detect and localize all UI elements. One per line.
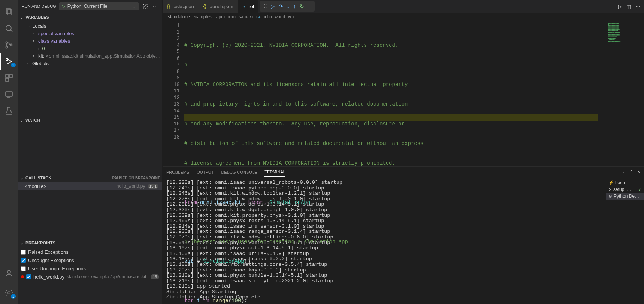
bp-line-badge: 15 (151, 274, 159, 279)
beaker-icon[interactable] (0, 103, 18, 119)
continue-icon[interactable]: ▷ (271, 3, 275, 9)
chevron-down-icon: ⌄ (132, 4, 136, 9)
svg-rect-0 (6, 9, 10, 14)
variable-i[interactable]: i: 0 (18, 45, 162, 52)
terminal-setup[interactable]: ✕ setup_… ✓ (606, 186, 644, 193)
play-icon: ▷ (62, 4, 65, 9)
frame-name: <module> (25, 183, 46, 189)
variable-kit[interactable]: › kit: <omni.isaac.kit.simulation_app.Si… (18, 52, 162, 60)
editor[interactable]: 1234 5678 9101112 1314 ▷15 161718 # Copy… (163, 21, 644, 166)
svg-rect-9 (6, 75, 9, 77)
explorer-icon[interactable] (0, 4, 18, 20)
split-editor-icon[interactable]: ◫ (626, 4, 631, 9)
close-panel-icon[interactable]: ✕ (637, 170, 640, 174)
svg-rect-1 (7, 10, 12, 15)
config-name: Python: Current File (67, 4, 108, 9)
settings-badge: 1 (11, 294, 16, 299)
bp-raised[interactable]: Raised Exceptions (18, 248, 162, 256)
callstack-header[interactable]: ⌄ CALL STACK PAUSED ON BREAKPOINT (18, 174, 162, 182)
debug-toolbar: ⠿ ▷ ↷ ↓ ↑ ↻ □ (260, 1, 315, 12)
chevron-right-icon: › (33, 31, 37, 36)
run-play-icon[interactable]: ▷ (618, 4, 622, 9)
variables-title: VARIABLES (25, 15, 49, 19)
globals-scope[interactable]: › Globals (18, 60, 162, 67)
svg-line-3 (10, 30, 12, 32)
json-icon: {} (203, 4, 206, 9)
bp-user-uncaught[interactable]: User Uncaught Exceptions (18, 264, 162, 273)
bp-uncaught-check[interactable] (21, 258, 26, 263)
chevron-right-icon: › (33, 54, 37, 58)
tab-launch[interactable]: {} launch.json (199, 0, 238, 13)
chevron-right-icon: › (27, 61, 31, 66)
breakpoint-dot-icon (21, 275, 24, 278)
svg-point-5 (6, 46, 8, 48)
bp-raised-check[interactable] (21, 250, 26, 255)
remote-icon[interactable] (0, 86, 18, 103)
watch-title: WATCH (25, 118, 40, 122)
bash-icon: ⚡ (608, 180, 614, 185)
more-icon[interactable]: ⋯ (152, 3, 158, 10)
bp-file[interactable]: hello_world.py standalone_examples/api/o… (18, 273, 162, 281)
step-over-icon[interactable]: ↷ (279, 3, 283, 9)
tab-tasks[interactable]: {} tasks.json (163, 0, 199, 13)
activity-bar: 1 1 (0, 0, 18, 304)
bp-uncaught[interactable]: Uncaught Exceptions (18, 256, 162, 264)
step-out-icon[interactable]: ↑ (293, 3, 296, 9)
extensions-icon[interactable] (0, 70, 18, 86)
account-icon[interactable] (0, 265, 18, 282)
split-terminal-icon[interactable]: ⌄ (623, 170, 626, 174)
special-variables[interactable]: › special variables (18, 30, 162, 37)
class-variables[interactable]: › class variables (18, 37, 162, 45)
sidebar: RUN AND DEBUG ▷ Python: Current File ⌄ ⋯… (18, 0, 163, 304)
svg-point-14 (7, 270, 10, 273)
svg-point-6 (10, 44, 12, 46)
editor-actions: ▷ ◫ ⋯ (614, 0, 644, 13)
step-into-icon[interactable]: ↓ (287, 3, 290, 9)
tab-hello[interactable]: ⬥ hel (238, 0, 259, 13)
scm-icon[interactable] (0, 37, 18, 53)
gear-icon[interactable] (142, 3, 149, 10)
python-icon: ⬥ (258, 14, 261, 19)
debug-icon[interactable]: 1 (0, 53, 18, 70)
debug-header: RUN AND DEBUG ▷ Python: Current File ⌄ ⋯ (18, 0, 162, 13)
python-icon: ⬥ (243, 4, 245, 9)
watch-header[interactable]: ⌄ WATCH (18, 116, 162, 124)
svg-point-15 (8, 292, 10, 294)
grip-icon[interactable]: ⠿ (263, 3, 267, 9)
variables-header[interactable]: ⌄ VARIABLES (18, 13, 162, 21)
restart-icon[interactable]: ↻ (300, 3, 304, 9)
minimap[interactable]: ████████████████████ █ █████████████████… (607, 21, 644, 166)
search-icon[interactable] (0, 20, 18, 37)
current-line-highlight (184, 114, 598, 121)
terminal-list: ⚡ bash ✕ setup_… ✓ ⚙ Python De… (606, 178, 644, 304)
terminal-bash[interactable]: ⚡ bash (606, 179, 644, 186)
callstack-frame[interactable]: <module> hello_world.py 15:1 (18, 182, 162, 190)
chevron-down-icon: ⌄ (20, 15, 24, 19)
svg-rect-11 (6, 78, 9, 81)
locals-scope[interactable]: ⌄ Locals (18, 22, 162, 30)
check-icon: ✓ (638, 187, 642, 192)
more-actions-icon[interactable]: ⋯ (635, 4, 640, 9)
chevron-right-icon: › (33, 39, 37, 43)
debug-config-select[interactable]: ▷ Python: Current File ⌄ (59, 2, 139, 10)
run-debug-title: RUN AND DEBUG (22, 4, 56, 9)
code-area[interactable]: # Copyright (c) 2020-2021, NVIDIA CORPOR… (184, 21, 607, 166)
callstack-panel: ⌄ CALL STACK PAUSED ON BREAKPOINT <modul… (18, 173, 162, 238)
bp-file-check[interactable] (26, 274, 31, 279)
main-area: {} tasks.json {} launch.json ⬥ hel ⠿ ▷ ↷… (163, 0, 644, 304)
gutter: 1234 5678 9101112 1314 ▷15 161718 (163, 21, 184, 166)
maximize-panel-icon[interactable]: ^ (631, 170, 632, 174)
terminal-python[interactable]: ⚙ Python De… (606, 193, 644, 200)
settings-icon[interactable]: 1 (0, 285, 18, 301)
chevron-down-icon: ⌄ (20, 176, 24, 180)
bp-user-uncaught-check[interactable] (21, 266, 26, 271)
chevron-down-icon: ⌄ (27, 24, 31, 28)
debug-badge: 1 (11, 63, 16, 67)
breadcrumb[interactable]: standalone_examples› api› omni.isaac.kit… (163, 13, 644, 21)
breakpoints-header[interactable]: ⌄ BREAKPOINTS (18, 239, 162, 247)
new-terminal-icon[interactable]: + (616, 170, 618, 174)
callstack-title: CALL STACK (25, 176, 51, 180)
frame-pos: 15:1 (148, 184, 158, 189)
stop-icon[interactable]: □ (308, 3, 311, 9)
watch-panel: ⌄ WATCH (18, 116, 162, 173)
